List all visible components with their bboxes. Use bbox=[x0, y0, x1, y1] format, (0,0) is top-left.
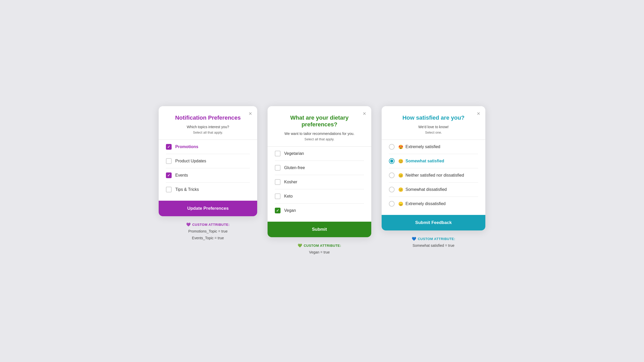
checkbox-promotions[interactable]: ✓ Promotions bbox=[166, 140, 250, 154]
checkbox-product-updates-label: Product Updates bbox=[175, 159, 206, 163]
checkbox-events[interactable]: ✓ Events bbox=[166, 168, 250, 182]
radio-neither-label: 😐 Neither satisfied nor dissatisfied bbox=[398, 173, 464, 178]
satisfaction-title: How satisfied are you? bbox=[389, 114, 478, 121]
satisfaction-modal-inner: × How satisfied are you? We'd love to kn… bbox=[382, 106, 485, 215]
radio-somewhat-dissatisfied-circle bbox=[389, 187, 395, 192]
radio-somewhat-satisfied-label: 😊 Somewhat satisfied bbox=[398, 159, 444, 164]
radio-extremely-satisfied-label: 😍 Extremely satisfied bbox=[398, 144, 440, 149]
panel2-wrapper: × What are your dietary preferences? We … bbox=[268, 106, 371, 256]
dietary-modal: × What are your dietary preferences? We … bbox=[268, 106, 371, 237]
dietary-subtitle: We want to tailor recommendations for yo… bbox=[275, 132, 364, 136]
checkbox-gluten-free-label: Gluten-free bbox=[284, 165, 305, 170]
close-button-1[interactable]: × bbox=[248, 110, 253, 118]
checkbox-vegan[interactable]: ✓ Vegan bbox=[275, 203, 364, 218]
radio-somewhat-satisfied[interactable]: 😊 Somewhat satisfied bbox=[389, 154, 478, 168]
checkbox-product-updates[interactable]: Product Updates bbox=[166, 154, 250, 168]
radio-somewhat-satisfied-circle bbox=[389, 158, 395, 164]
checkbox-events-box: ✓ bbox=[166, 172, 172, 178]
radio-extremely-dissatisfied-label: 😞 Extremely dissatisfied bbox=[398, 201, 446, 206]
panel3-custom-attr-value: Somewhat satisfied = true bbox=[412, 242, 455, 249]
checkmark-events: ✓ bbox=[167, 173, 170, 177]
notification-modal-inner: × Notification Preferences Which topics … bbox=[159, 106, 257, 201]
emoji-somewhat-dissatisfied: 😕 bbox=[398, 187, 403, 192]
radio-somewhat-dissatisfied-label: 😕 Somewhat dissatisfied bbox=[398, 187, 447, 192]
panel3-wrapper: × How satisfied are you? We'd love to kn… bbox=[382, 106, 485, 249]
radio-extremely-dissatisfied-circle bbox=[389, 201, 395, 207]
radio-extremely-satisfied[interactable]: 😍 Extremely satisfied bbox=[389, 140, 478, 154]
radio-somewhat-satisfied-inner bbox=[390, 160, 393, 163]
emoji-extremely-satisfied: 😍 bbox=[398, 144, 403, 149]
checkbox-tips-box bbox=[166, 187, 172, 192]
notification-instruction: Select all that apply. bbox=[166, 131, 250, 134]
notification-title: Notification Preferences bbox=[166, 114, 250, 121]
notification-modal: × Notification Preferences Which topics … bbox=[159, 106, 257, 216]
update-preferences-button[interactable]: Update Preferences bbox=[159, 201, 257, 216]
checkbox-vegetarian[interactable]: Vegetarian bbox=[275, 147, 364, 161]
panel1-heart-icon: 💜 bbox=[186, 222, 191, 227]
checkbox-tips[interactable]: Tips & Tricks bbox=[166, 182, 250, 197]
panel2-custom-attr-label: 💚 CUSTOM ATTRIBUTE: bbox=[298, 243, 341, 248]
satisfaction-modal: × How satisfied are you? We'd love to kn… bbox=[382, 106, 485, 230]
checkbox-tips-label: Tips & Tricks bbox=[175, 187, 199, 192]
panel3-custom-attr: 💙 CUSTOM ATTRIBUTE: Somewhat satisfied =… bbox=[412, 237, 455, 249]
page-container: × Notification Preferences Which topics … bbox=[141, 106, 503, 256]
panel1-custom-attr: 💜 CUSTOM ATTRIBUTE: Promotions_Topic = t… bbox=[186, 222, 230, 241]
radio-neither[interactable]: 😐 Neither satisfied nor dissatisfied bbox=[389, 168, 478, 182]
panel3-heart-icon: 💙 bbox=[412, 237, 416, 241]
panel2-heart-icon: 💚 bbox=[298, 243, 302, 248]
checkbox-product-updates-box bbox=[166, 158, 172, 164]
notification-subtitle: Which topics interest you? bbox=[166, 125, 250, 129]
checkmark-promotions: ✓ bbox=[167, 145, 170, 149]
panel2-custom-attr: 💚 CUSTOM ATTRIBUTE: Vegan = true bbox=[298, 243, 341, 256]
checkbox-keto[interactable]: Keto bbox=[275, 189, 364, 203]
satisfaction-subtitle: We'd love to know! bbox=[389, 125, 478, 129]
emoji-neither: 😐 bbox=[398, 173, 403, 178]
checkbox-events-label: Events bbox=[175, 173, 188, 178]
panel3-custom-attr-label: 💙 CUSTOM ATTRIBUTE: bbox=[412, 237, 455, 241]
checkbox-gluten-free-box bbox=[275, 165, 281, 171]
checkbox-keto-label: Keto bbox=[284, 194, 293, 199]
checkbox-kosher[interactable]: Kosher bbox=[275, 175, 364, 189]
panel1-wrapper: × Notification Preferences Which topics … bbox=[159, 106, 257, 241]
submit-dietary-button[interactable]: Submit bbox=[268, 222, 371, 237]
checkbox-vegetarian-label: Vegetarian bbox=[284, 151, 304, 156]
dietary-instruction: Select all that apply. bbox=[275, 137, 364, 141]
radio-neither-circle bbox=[389, 172, 395, 178]
checkbox-kosher-label: Kosher bbox=[284, 180, 297, 184]
checkmark-vegan: ✓ bbox=[276, 208, 279, 213]
satisfaction-instruction: Select one. bbox=[389, 131, 478, 134]
emoji-extremely-dissatisfied: 😞 bbox=[398, 201, 403, 206]
checkbox-vegan-label: Vegan bbox=[284, 208, 296, 213]
checkbox-gluten-free[interactable]: Gluten-free bbox=[275, 161, 364, 175]
checkbox-promotions-label: Promotions bbox=[175, 144, 198, 149]
checkbox-keto-box bbox=[275, 193, 281, 199]
panel2-custom-attr-value: Vegan = true bbox=[298, 249, 341, 256]
close-button-3[interactable]: × bbox=[476, 110, 481, 118]
checkbox-vegetarian-box bbox=[275, 151, 281, 156]
dietary-title: What are your dietary preferences? bbox=[275, 114, 364, 128]
panel1-custom-attr-label: 💜 CUSTOM ATTRIBUTE: bbox=[186, 222, 230, 227]
submit-feedback-button[interactable]: Submit Feedback bbox=[382, 215, 485, 230]
checkbox-promotions-box: ✓ bbox=[166, 144, 172, 150]
emoji-somewhat-satisfied: 😊 bbox=[398, 159, 403, 164]
checkbox-kosher-box bbox=[275, 179, 281, 185]
close-button-2[interactable]: × bbox=[362, 110, 367, 118]
radio-somewhat-dissatisfied[interactable]: 😕 Somewhat dissatisfied bbox=[389, 182, 478, 197]
radio-extremely-satisfied-circle bbox=[389, 144, 395, 150]
checkbox-vegan-box: ✓ bbox=[275, 208, 281, 213]
panel1-custom-attr-value: Promotions_Topic = true Events_Topic = t… bbox=[186, 228, 230, 241]
dietary-modal-inner: × What are your dietary preferences? We … bbox=[268, 106, 371, 222]
radio-extremely-dissatisfied[interactable]: 😞 Extremely dissatisfied bbox=[389, 197, 478, 211]
